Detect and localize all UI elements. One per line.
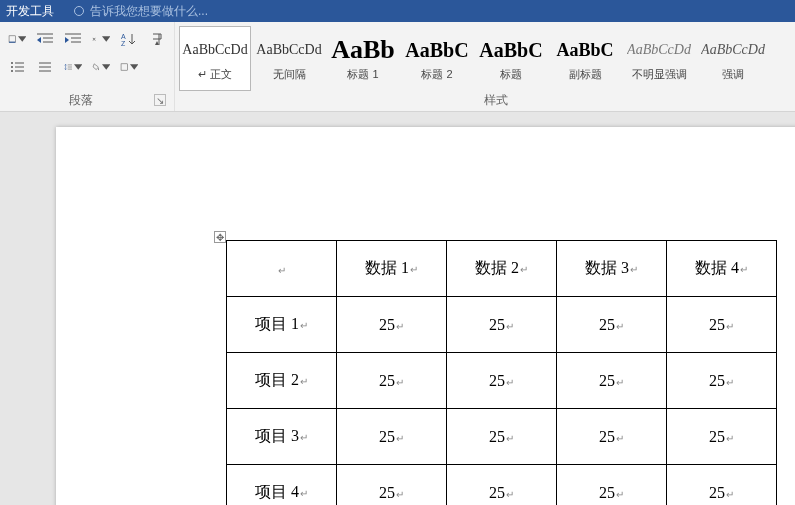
style-name: 标题 2 <box>421 67 452 82</box>
style-preview: AaBbCcDd <box>182 35 247 65</box>
table-cell[interactable]: 25↵ <box>337 409 447 465</box>
svg-text:A: A <box>121 33 126 40</box>
shading-button[interactable] <box>92 58 110 76</box>
ribbon: ✕ AZ <box>0 22 795 112</box>
table-header-cell[interactable]: 数据 2↵ <box>447 241 557 297</box>
align-distributed-button[interactable] <box>36 58 54 76</box>
style-preview: AaBb <box>331 35 395 65</box>
style-preview: AaBbCcDd <box>256 35 321 65</box>
border-button[interactable] <box>8 30 26 48</box>
table-cell[interactable]: 25↵ <box>337 353 447 409</box>
table-cell[interactable]: 25↵ <box>667 465 777 506</box>
sort-button[interactable]: AZ <box>120 30 138 48</box>
style-preview: AaBbC <box>479 35 542 65</box>
table-cell[interactable]: 25↵ <box>447 297 557 353</box>
table-row-label[interactable]: 项目 4↵ <box>227 465 337 506</box>
show-marks-button[interactable] <box>148 30 166 48</box>
style-name: 标题 <box>500 67 522 82</box>
svg-text:Z: Z <box>121 40 126 47</box>
table-header-cell[interactable]: 数据 4↵ <box>667 241 777 297</box>
style-item-3[interactable]: AaBbC标题 2 <box>401 26 473 91</box>
styles-group-label: 样式 <box>484 92 508 109</box>
bullets-button[interactable] <box>8 58 26 76</box>
indent-increase-button[interactable] <box>64 30 82 48</box>
asian-layout-button[interactable]: ✕ <box>92 30 110 48</box>
style-name: 副标题 <box>569 67 602 82</box>
style-item-1[interactable]: AaBbCcDd无间隔 <box>253 26 325 91</box>
tell-me-placeholder: 告诉我您想要做什么... <box>90 3 208 20</box>
table-cell[interactable]: 25↵ <box>667 353 777 409</box>
paragraph-dialog-launcher[interactable]: ↘ <box>154 94 166 106</box>
paragraph-group-label: 段落 <box>8 92 154 109</box>
group-styles: AaBbCcDd↵ 正文AaBbCcDd无间隔AaBb标题 1AaBbC标题 2… <box>175 22 795 111</box>
styles-gallery[interactable]: AaBbCcDd↵ 正文AaBbCcDd无间隔AaBb标题 1AaBbC标题 2… <box>179 26 795 91</box>
style-item-8[interactable]: AaB明显 <box>771 26 795 91</box>
table-row-label[interactable]: 项目 3↵ <box>227 409 337 465</box>
style-item-6[interactable]: AaBbCcDd不明显强调 <box>623 26 695 91</box>
svg-point-15 <box>11 70 13 72</box>
table-cell[interactable]: 25↵ <box>667 409 777 465</box>
table-cell[interactable]: 25↵ <box>447 353 557 409</box>
table-cell[interactable]: 25↵ <box>667 297 777 353</box>
svg-point-13 <box>11 66 13 68</box>
style-name: 不明显强调 <box>632 67 687 82</box>
tell-me-box[interactable]: 告诉我您想要做什么... <box>74 3 208 20</box>
style-preview: AaBbCcDd <box>627 35 691 65</box>
document-area: ✥ ↵数据 1↵数据 2↵数据 3↵数据 4↵项目 1↵25↵25↵25↵25↵… <box>0 112 795 505</box>
table-header-cell[interactable]: 数据 3↵ <box>557 241 667 297</box>
style-item-0[interactable]: AaBbCcDd↵ 正文 <box>179 26 251 91</box>
svg-point-11 <box>11 62 13 64</box>
table-row-label[interactable]: 项目 1↵ <box>227 297 337 353</box>
table-cell[interactable]: 25↵ <box>337 465 447 506</box>
style-preview: AaBbCcDd <box>701 35 765 65</box>
table-corner-cell[interactable]: ↵ <box>227 241 337 297</box>
borders-button[interactable] <box>120 58 138 76</box>
style-item-7[interactable]: AaBbCcDd强调 <box>697 26 769 91</box>
table-cell[interactable]: 25↵ <box>447 465 557 506</box>
svg-rect-0 <box>9 36 15 42</box>
style-item-4[interactable]: AaBbC标题 <box>475 26 547 91</box>
table-cell[interactable]: 25↵ <box>557 409 667 465</box>
indent-decrease-button[interactable] <box>36 30 54 48</box>
table-cell[interactable]: 25↵ <box>557 465 667 506</box>
svg-text:✕: ✕ <box>92 36 96 42</box>
group-paragraph: ✕ AZ <box>0 22 175 111</box>
title-bar: 开发工具 告诉我您想要做什么... <box>0 0 795 22</box>
table-cell[interactable]: 25↵ <box>337 297 447 353</box>
style-name: 无间隔 <box>273 67 306 82</box>
table-cell[interactable]: 25↵ <box>557 297 667 353</box>
bulb-icon <box>74 6 84 16</box>
style-preview: AaBbC <box>556 35 613 65</box>
table-move-handle[interactable]: ✥ <box>214 231 226 243</box>
style-item-5[interactable]: AaBbC副标题 <box>549 26 621 91</box>
line-spacing-button[interactable] <box>64 58 82 76</box>
style-name: 标题 1 <box>347 67 378 82</box>
table-cell[interactable]: 25↵ <box>447 409 557 465</box>
style-preview: AaBbC <box>405 35 468 65</box>
table-row-label[interactable]: 项目 2↵ <box>227 353 337 409</box>
style-item-2[interactable]: AaBb标题 1 <box>327 26 399 91</box>
ribbon-tab-devtools[interactable]: 开发工具 <box>6 3 54 20</box>
svg-rect-23 <box>121 64 127 70</box>
document-table[interactable]: ↵数据 1↵数据 2↵数据 3↵数据 4↵项目 1↵25↵25↵25↵25↵项目… <box>226 240 777 505</box>
table-header-cell[interactable]: 数据 1↵ <box>337 241 447 297</box>
style-name: 强调 <box>722 67 744 82</box>
style-name: ↵ 正文 <box>198 67 232 82</box>
page: ✥ ↵数据 1↵数据 2↵数据 3↵数据 4↵项目 1↵25↵25↵25↵25↵… <box>56 127 795 505</box>
table-cell[interactable]: 25↵ <box>557 353 667 409</box>
